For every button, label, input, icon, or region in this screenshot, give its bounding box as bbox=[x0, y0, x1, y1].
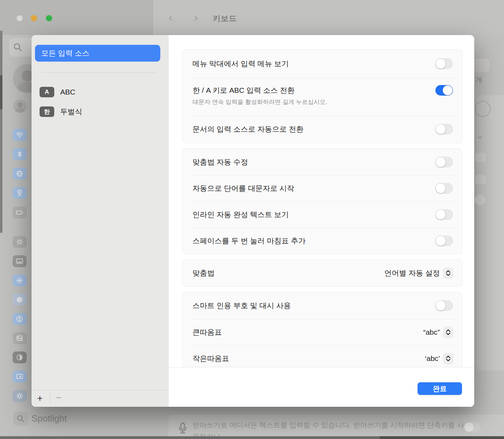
input-sources-dialog: 모든 입력 소스 AABC한두벌식 + − 메뉴 막대에서 입력 메뉴 보기한 … bbox=[31, 35, 474, 407]
setting-text: 작은따옴표 bbox=[192, 354, 425, 363]
stepper-icon[interactable] bbox=[443, 268, 453, 278]
toggle-switch[interactable] bbox=[435, 183, 453, 194]
microphone-icon bbox=[177, 420, 188, 438]
toggle-switch[interactable] bbox=[435, 85, 453, 96]
toggle-switch[interactable] bbox=[435, 124, 453, 134]
input-source-badge: A bbox=[40, 87, 54, 97]
close-button[interactable] bbox=[16, 15, 23, 21]
settings-scroll-area[interactable]: 메뉴 막대에서 입력 메뉴 보기한 / A 키로 ABC 입력 소스 전환대문자… bbox=[169, 35, 474, 368]
toggle-switch[interactable] bbox=[435, 58, 453, 69]
sidebar-item-wallpaper[interactable] bbox=[13, 294, 27, 306]
setting-label: 맞춤법 bbox=[192, 268, 370, 278]
select-control[interactable]: “abc” bbox=[423, 327, 453, 337]
toggle-switch[interactable] bbox=[435, 209, 453, 220]
background-partial-dial bbox=[475, 101, 491, 117]
dictation-toggle[interactable] bbox=[464, 422, 480, 432]
settings-row: 자동으로 단어를 대문자로 시작 bbox=[183, 175, 462, 201]
sidebar-item-spotlight[interactable] bbox=[13, 412, 28, 426]
background-bottom-edge-dark bbox=[380, 436, 504, 439]
sidebar-item-displays[interactable] bbox=[13, 274, 27, 286]
setting-text: 스마트 인용 부호 및 대시 사용 bbox=[192, 301, 435, 311]
setting-text: 자동으로 단어를 대문자로 시작 bbox=[192, 183, 435, 193]
sidebar-item-control-center[interactable] bbox=[13, 332, 27, 344]
back-chevron-icon[interactable]: ‹ bbox=[169, 11, 173, 24]
settings-row: 메뉴 막대에서 입력 메뉴 보기 bbox=[183, 50, 462, 78]
sidebar-item-general[interactable] bbox=[13, 236, 27, 248]
sidebar-item-all-input-sources[interactable]: 모든 입력 소스 bbox=[35, 45, 160, 62]
toggle-switch[interactable] bbox=[435, 157, 453, 167]
setting-label: 맞춤법 자동 수정 bbox=[192, 157, 421, 167]
zoom-button[interactable] bbox=[46, 15, 52, 21]
sidebar-item-appearance[interactable] bbox=[13, 351, 27, 363]
settings-group: 맞춤법언어별 자동 설정 bbox=[183, 260, 462, 286]
background-partial-chevron-icon: ⌄ bbox=[476, 130, 484, 141]
settings-row: 스페이스를 두 번 눌러 마침표 추가 bbox=[183, 228, 462, 254]
settings-row: 인라인 자동 완성 텍스트 보기 bbox=[183, 201, 462, 228]
gear-icon bbox=[16, 238, 23, 246]
add-input-source-button[interactable]: + bbox=[34, 392, 46, 404]
toggle-switch[interactable] bbox=[435, 236, 453, 246]
sidebar-item-battery[interactable] bbox=[13, 207, 27, 218]
select-value: ‘abc’ bbox=[425, 354, 440, 363]
setting-text: 큰따옴표 bbox=[192, 327, 423, 337]
settings-row: 큰따옴표“abc” bbox=[183, 319, 462, 345]
dialog-footer: 완료 bbox=[169, 367, 474, 407]
settings-row: 한 / A 키로 ABC 입력 소스 전환대문자 연속 입력을 활성화하려면 길… bbox=[183, 78, 462, 116]
accessibility-icon bbox=[16, 315, 23, 323]
sidebar-item-accessibility[interactable] bbox=[13, 313, 27, 325]
settings-group: 맞춤법 자동 수정자동으로 단어를 대문자로 시작인라인 자동 완성 텍스트 보… bbox=[183, 149, 462, 254]
setting-label: 작은따옴표 bbox=[192, 354, 411, 363]
input-sources-sidebar: 모든 입력 소스 AABC한두벌식 + − bbox=[31, 35, 169, 407]
toggle-switch[interactable] bbox=[435, 300, 453, 311]
toggle-knob bbox=[436, 59, 446, 69]
settings-row: 스마트 인용 부호 및 대시 사용 bbox=[183, 292, 462, 319]
screensaver-icon bbox=[16, 373, 23, 381]
wifi-icon bbox=[16, 131, 23, 139]
sidebar-item-screen-saver[interactable] bbox=[13, 371, 27, 383]
spotlight-icon bbox=[16, 414, 25, 423]
setting-label: 자동으로 단어를 대문자로 시작 bbox=[192, 183, 421, 193]
background-partial-toggle bbox=[475, 195, 485, 205]
toggle-knob bbox=[443, 85, 453, 95]
sidebar-item-siri[interactable] bbox=[13, 390, 27, 402]
done-button[interactable]: 완료 bbox=[418, 382, 462, 395]
input-sources-content: 메뉴 막대에서 입력 메뉴 보기한 / A 키로 ABC 입력 소스 전환대문자… bbox=[169, 35, 474, 407]
remove-input-source-button[interactable]: − bbox=[52, 392, 65, 404]
sidebar-item-vpn[interactable] bbox=[13, 187, 27, 199]
sidebar-item-bluetooth[interactable] bbox=[13, 148, 27, 160]
sidebar-item-두벌식[interactable]: 한두벌식 bbox=[40, 106, 162, 117]
titlebar-content-region bbox=[153, 0, 504, 35]
select-control[interactable]: ‘abc’ bbox=[425, 353, 453, 364]
select-value: 언어별 자동 설정 bbox=[384, 268, 440, 278]
toggle-knob bbox=[436, 210, 446, 220]
setting-subtitle: 대문자 연속 입력을 활성화하려면 길게 누르십시오. bbox=[192, 98, 421, 106]
forward-chevron-icon[interactable]: › bbox=[194, 11, 198, 24]
background-partial-stepper bbox=[475, 175, 486, 184]
background-titlebar: ‹ › 키보드 bbox=[0, 0, 504, 35]
setting-label: 메뉴 막대에서 입력 메뉴 보기 bbox=[192, 59, 421, 69]
minimize-button[interactable] bbox=[31, 15, 37, 21]
stepper-icon[interactable] bbox=[443, 353, 453, 364]
sidebar-item-network[interactable] bbox=[13, 168, 27, 180]
background-window-edge-dark bbox=[0, 75, 2, 109]
select-control[interactable]: 언어별 자동 설정 bbox=[384, 268, 453, 278]
stepper-icon[interactable] bbox=[443, 327, 453, 337]
sidebar-item-wifi[interactable] bbox=[13, 129, 27, 141]
setting-text: 메뉴 막대에서 입력 메뉴 보기 bbox=[192, 59, 435, 69]
sidebar-item-abc[interactable]: AABC bbox=[40, 87, 162, 97]
setting-label: 큰따옴표 bbox=[192, 327, 409, 337]
screen: ‹ › 키보드 Spotlight 게 ⌄ bbox=[0, 0, 504, 439]
search-field[interactable] bbox=[9, 38, 34, 57]
background-partial-text: 게 bbox=[475, 75, 483, 85]
setting-text: 인라인 자동 완성 텍스트 보기 bbox=[192, 210, 435, 220]
setting-text: 한 / A 키로 ABC 입력 소스 전환대문자 연속 입력을 활성화하려면 길… bbox=[192, 78, 435, 106]
setting-label: 한 / A 키로 ABC 입력 소스 전환 bbox=[192, 85, 421, 95]
sidebar-divider bbox=[41, 72, 156, 73]
input-source-badge: 한 bbox=[40, 106, 54, 117]
globe-icon bbox=[16, 170, 23, 177]
sidebar-item-menu-bar[interactable] bbox=[13, 255, 27, 267]
setting-label: 문서의 입력 소스로 자동으로 전환 bbox=[192, 124, 421, 134]
spotlight-label: Spotlight bbox=[31, 413, 67, 424]
family-avatar[interactable] bbox=[13, 99, 27, 113]
battery-icon bbox=[16, 209, 23, 216]
